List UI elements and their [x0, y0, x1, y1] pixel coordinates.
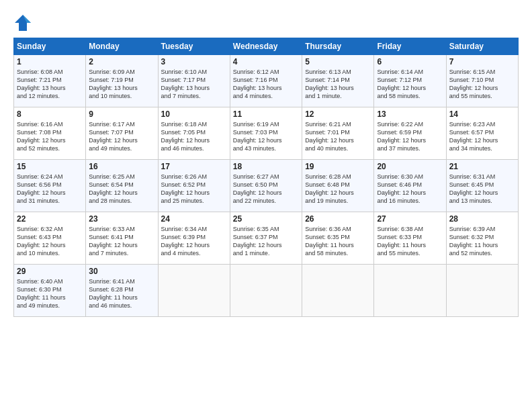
page-header	[13, 11, 519, 32]
day-number: 29	[17, 267, 83, 276]
day-detail: Sunrise: 6:12 AMSunset: 7:16 PMDaylight:…	[233, 68, 282, 99]
day-number: 26	[305, 214, 371, 224]
calendar-cell	[374, 265, 446, 317]
col-header-thursday: Thursday	[302, 38, 374, 55]
calendar-cell: 27Sunrise: 6:38 AMSunset: 6:33 PMDayligh…	[374, 212, 446, 265]
calendar-cell: 5Sunrise: 6:13 AMSunset: 7:14 PMDaylight…	[302, 55, 374, 107]
col-header-saturday: Saturday	[446, 38, 518, 55]
day-detail: Sunrise: 6:26 AMSunset: 6:52 PMDaylight:…	[161, 173, 210, 204]
day-detail: Sunrise: 6:34 AMSunset: 6:39 PMDaylight:…	[161, 226, 210, 257]
day-number: 15	[17, 162, 83, 171]
calendar-cell: 26Sunrise: 6:36 AMSunset: 6:35 PMDayligh…	[302, 212, 374, 265]
day-number: 23	[89, 214, 154, 224]
logo-icon	[13, 13, 32, 32]
calendar-cell: 1Sunrise: 6:08 AMSunset: 7:21 PMDaylight…	[14, 55, 86, 107]
day-number: 8	[17, 109, 83, 119]
day-number: 20	[377, 162, 443, 171]
calendar-cell: 20Sunrise: 6:30 AMSunset: 6:46 PMDayligh…	[374, 160, 446, 212]
day-detail: Sunrise: 6:27 AMSunset: 6:50 PMDaylight:…	[233, 173, 282, 204]
day-number: 19	[305, 162, 371, 171]
calendar-cell	[302, 265, 374, 317]
day-number: 13	[377, 109, 443, 119]
day-detail: Sunrise: 6:09 AMSunset: 7:19 PMDaylight:…	[89, 68, 138, 99]
day-number: 6	[377, 57, 443, 66]
logo	[13, 13, 35, 32]
day-detail: Sunrise: 6:16 AMSunset: 7:08 PMDaylight:…	[17, 121, 66, 152]
calendar-cell: 30Sunrise: 6:41 AMSunset: 6:28 PMDayligh…	[86, 265, 158, 317]
calendar-cell: 9Sunrise: 6:17 AMSunset: 7:07 PMDaylight…	[86, 107, 158, 160]
day-detail: Sunrise: 6:31 AMSunset: 6:45 PMDaylight:…	[449, 173, 498, 204]
col-header-monday: Monday	[86, 38, 158, 55]
day-detail: Sunrise: 6:39 AMSunset: 6:32 PMDaylight:…	[449, 226, 498, 257]
week-row: 15Sunrise: 6:24 AMSunset: 6:56 PMDayligh…	[14, 160, 519, 212]
day-number: 14	[449, 109, 515, 119]
day-number: 5	[305, 57, 371, 66]
calendar-cell	[230, 265, 302, 317]
day-detail: Sunrise: 6:41 AMSunset: 6:28 PMDaylight:…	[89, 278, 138, 309]
day-detail: Sunrise: 6:35 AMSunset: 6:37 PMDaylight:…	[233, 226, 282, 257]
calendar-cell: 29Sunrise: 6:40 AMSunset: 6:30 PMDayligh…	[14, 265, 86, 317]
calendar-cell: 28Sunrise: 6:39 AMSunset: 6:32 PMDayligh…	[446, 212, 518, 265]
calendar-cell: 21Sunrise: 6:31 AMSunset: 6:45 PMDayligh…	[446, 160, 518, 212]
week-row: 29Sunrise: 6:40 AMSunset: 6:30 PMDayligh…	[14, 265, 519, 317]
day-number: 3	[161, 57, 227, 66]
calendar-cell: 15Sunrise: 6:24 AMSunset: 6:56 PMDayligh…	[14, 160, 86, 212]
day-detail: Sunrise: 6:28 AMSunset: 6:48 PMDaylight:…	[305, 173, 354, 204]
day-number: 18	[233, 162, 299, 171]
calendar-cell: 3Sunrise: 6:10 AMSunset: 7:17 PMDaylight…	[158, 55, 230, 107]
calendar-cell: 18Sunrise: 6:27 AMSunset: 6:50 PMDayligh…	[230, 160, 302, 212]
day-number: 7	[449, 57, 515, 66]
day-number: 12	[305, 109, 371, 119]
calendar-cell: 17Sunrise: 6:26 AMSunset: 6:52 PMDayligh…	[158, 160, 230, 212]
day-detail: Sunrise: 6:30 AMSunset: 6:46 PMDaylight:…	[377, 173, 426, 204]
calendar-cell: 12Sunrise: 6:21 AMSunset: 7:01 PMDayligh…	[302, 107, 374, 160]
calendar-table: SundayMondayTuesdayWednesdayThursdayFrid…	[13, 38, 519, 317]
calendar-cell: 6Sunrise: 6:14 AMSunset: 7:12 PMDaylight…	[374, 55, 446, 107]
day-detail: Sunrise: 6:13 AMSunset: 7:14 PMDaylight:…	[305, 68, 354, 99]
day-number: 9	[89, 109, 154, 119]
day-number: 16	[89, 162, 154, 171]
day-detail: Sunrise: 6:40 AMSunset: 6:30 PMDaylight:…	[17, 278, 66, 309]
day-detail: Sunrise: 6:18 AMSunset: 7:05 PMDaylight:…	[161, 121, 210, 152]
calendar-cell: 23Sunrise: 6:33 AMSunset: 6:41 PMDayligh…	[86, 212, 158, 265]
day-detail: Sunrise: 6:32 AMSunset: 6:43 PMDaylight:…	[17, 226, 66, 257]
day-number: 21	[449, 162, 515, 171]
day-detail: Sunrise: 6:10 AMSunset: 7:17 PMDaylight:…	[161, 68, 210, 99]
day-number: 4	[233, 57, 299, 66]
day-detail: Sunrise: 6:17 AMSunset: 7:07 PMDaylight:…	[89, 121, 138, 152]
day-detail: Sunrise: 6:14 AMSunset: 7:12 PMDaylight:…	[377, 68, 426, 99]
day-detail: Sunrise: 6:19 AMSunset: 7:03 PMDaylight:…	[233, 121, 282, 152]
day-number: 22	[17, 214, 83, 224]
calendar-cell: 11Sunrise: 6:19 AMSunset: 7:03 PMDayligh…	[230, 107, 302, 160]
calendar-cell: 13Sunrise: 6:22 AMSunset: 6:59 PMDayligh…	[374, 107, 446, 160]
day-number: 11	[233, 109, 299, 119]
calendar-cell: 24Sunrise: 6:34 AMSunset: 6:39 PMDayligh…	[158, 212, 230, 265]
week-row: 1Sunrise: 6:08 AMSunset: 7:21 PMDaylight…	[14, 55, 519, 107]
day-detail: Sunrise: 6:24 AMSunset: 6:56 PMDaylight:…	[17, 173, 66, 204]
day-detail: Sunrise: 6:21 AMSunset: 7:01 PMDaylight:…	[305, 121, 354, 152]
week-row: 22Sunrise: 6:32 AMSunset: 6:43 PMDayligh…	[14, 212, 519, 265]
day-number: 10	[161, 109, 227, 119]
calendar-cell: 7Sunrise: 6:15 AMSunset: 7:10 PMDaylight…	[446, 55, 518, 107]
col-header-wednesday: Wednesday	[230, 38, 302, 55]
col-header-tuesday: Tuesday	[158, 38, 230, 55]
calendar-cell: 22Sunrise: 6:32 AMSunset: 6:43 PMDayligh…	[14, 212, 86, 265]
day-detail: Sunrise: 6:25 AMSunset: 6:54 PMDaylight:…	[89, 173, 138, 204]
day-number: 17	[161, 162, 227, 171]
day-number: 25	[233, 214, 299, 224]
week-row: 8Sunrise: 6:16 AMSunset: 7:08 PMDaylight…	[14, 107, 519, 160]
calendar-cell	[158, 265, 230, 317]
calendar-cell: 19Sunrise: 6:28 AMSunset: 6:48 PMDayligh…	[302, 160, 374, 212]
calendar-cell: 16Sunrise: 6:25 AMSunset: 6:54 PMDayligh…	[86, 160, 158, 212]
day-detail: Sunrise: 6:08 AMSunset: 7:21 PMDaylight:…	[17, 68, 66, 99]
col-header-friday: Friday	[374, 38, 446, 55]
calendar-cell: 10Sunrise: 6:18 AMSunset: 7:05 PMDayligh…	[158, 107, 230, 160]
calendar-cell	[446, 265, 518, 317]
day-detail: Sunrise: 6:22 AMSunset: 6:59 PMDaylight:…	[377, 121, 426, 152]
day-detail: Sunrise: 6:23 AMSunset: 6:57 PMDaylight:…	[449, 121, 498, 152]
calendar-cell: 8Sunrise: 6:16 AMSunset: 7:08 PMDaylight…	[14, 107, 86, 160]
day-number: 2	[89, 57, 154, 66]
calendar-cell: 4Sunrise: 6:12 AMSunset: 7:16 PMDaylight…	[230, 55, 302, 107]
calendar-cell: 25Sunrise: 6:35 AMSunset: 6:37 PMDayligh…	[230, 212, 302, 265]
header-row: SundayMondayTuesdayWednesdayThursdayFrid…	[14, 38, 519, 55]
